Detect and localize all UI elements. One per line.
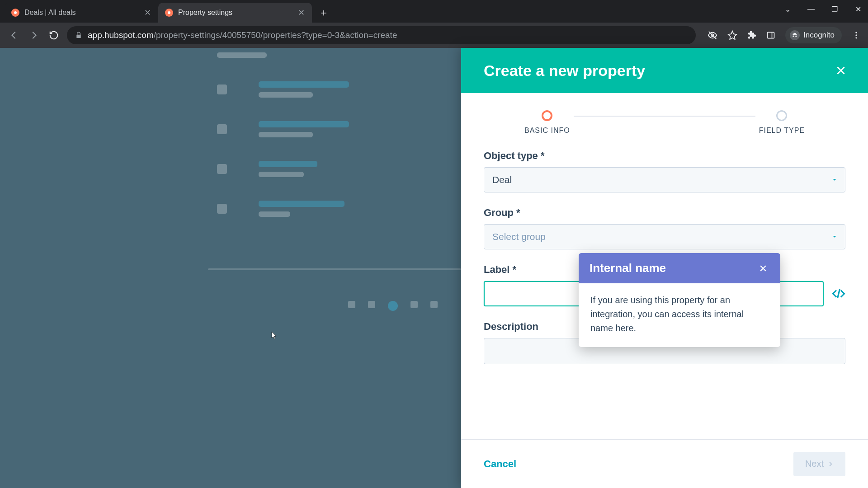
close-panel-button[interactable]	[833, 62, 849, 79]
popover-title: Internal name	[590, 261, 666, 275]
browser-chrome: Deals | All deals ✕ Property settings ✕ …	[0, 0, 868, 48]
step-label: BASIC INFO	[524, 127, 570, 135]
caret-down-icon	[831, 177, 838, 183]
popover-header: Internal name	[579, 253, 780, 283]
maximize-icon[interactable]: ❐	[829, 4, 840, 14]
extensions-icon[interactable]	[747, 31, 756, 40]
select-value: Deal	[492, 174, 512, 185]
group-select[interactable]: Select group	[484, 224, 845, 249]
code-icon[interactable]	[832, 287, 845, 300]
group-label: Group *	[484, 207, 845, 219]
stepper: BASIC INFO FIELD TYPE	[461, 93, 868, 139]
new-tab-button[interactable]: ＋	[316, 5, 332, 21]
tab-bar: Deals | All deals ✕ Property settings ✕ …	[0, 0, 868, 23]
close-tab-icon[interactable]: ✕	[143, 8, 152, 17]
kebab-menu-icon[interactable]	[852, 31, 861, 40]
svg-point-2	[855, 32, 857, 33]
tab-deals[interactable]: Deals | All deals ✕	[5, 3, 158, 23]
back-button[interactable]	[7, 28, 21, 42]
star-icon[interactable]	[727, 30, 737, 40]
incognito-icon	[790, 30, 800, 40]
address-bar: app.hubspot.com/property-settings/400557…	[0, 23, 868, 48]
next-label: Next	[805, 459, 824, 469]
step-field-type[interactable]: FIELD TYPE	[759, 110, 805, 135]
reload-button[interactable]	[47, 28, 61, 42]
hubspot-favicon	[11, 8, 20, 17]
close-tab-icon[interactable]: ✕	[297, 8, 306, 17]
caret-down-icon	[831, 234, 838, 240]
step-label: FIELD TYPE	[759, 127, 805, 135]
forward-button[interactable]	[27, 28, 41, 42]
internal-name-popover: Internal name If you are using this prop…	[579, 253, 780, 347]
sidepanel-icon[interactable]	[766, 31, 775, 40]
toolbar-icons: Incognito	[708, 27, 861, 43]
hubspot-favicon	[165, 8, 174, 17]
url-field[interactable]: app.hubspot.com/property-settings/400557…	[67, 26, 696, 44]
next-button[interactable]: Next	[793, 452, 845, 476]
tab-property-settings[interactable]: Property settings ✕	[158, 3, 312, 23]
create-property-panel: Create a new property BASIC INFO FIELD T…	[461, 48, 868, 488]
incognito-label: Incognito	[803, 31, 835, 40]
object-type-label: Object type *	[484, 150, 845, 162]
tab-title: Deals | All deals	[24, 9, 138, 17]
minimize-icon[interactable]: ―	[806, 4, 816, 14]
field-object-type: Object type * Deal	[484, 150, 845, 192]
panel-title: Create a new property	[484, 62, 645, 80]
panel-footer: Cancel Next	[461, 439, 868, 488]
step-basic-info[interactable]: BASIC INFO	[524, 110, 570, 135]
eye-off-icon[interactable]	[708, 30, 717, 40]
lock-icon	[75, 32, 82, 39]
step-connector	[574, 116, 755, 117]
window-controls: ⌄ ― ❐ ✕	[782, 4, 863, 14]
select-placeholder: Select group	[492, 231, 546, 242]
chevron-down-icon[interactable]: ⌄	[782, 4, 793, 14]
svg-point-3	[855, 34, 857, 36]
close-window-icon[interactable]: ✕	[853, 4, 863, 14]
step-circle-icon	[542, 110, 552, 121]
popover-body: If you are using this property for an in…	[579, 283, 780, 347]
field-group: Group * Select group	[484, 207, 845, 249]
object-type-select[interactable]: Deal	[484, 167, 845, 192]
cursor-icon	[271, 332, 278, 340]
incognito-badge[interactable]: Incognito	[785, 27, 842, 43]
svg-rect-1	[768, 32, 774, 38]
chevron-right-icon	[827, 461, 834, 467]
svg-point-4	[855, 37, 857, 38]
step-circle-icon	[776, 110, 787, 121]
tab-title: Property settings	[178, 9, 292, 17]
panel-header: Create a new property	[461, 48, 868, 93]
close-popover-button[interactable]	[757, 262, 769, 275]
cancel-button[interactable]: Cancel	[484, 458, 516, 470]
ghost-list	[217, 52, 461, 217]
url-text: app.hubspot.com/property-settings/400557…	[88, 30, 397, 40]
